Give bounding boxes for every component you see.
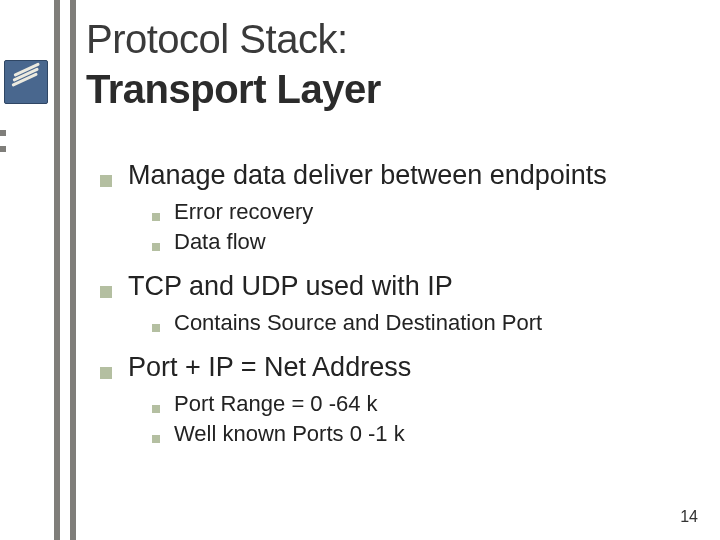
bullet-text: Error recovery [174,199,313,225]
list-item: Contains Source and Destination Port [152,310,700,336]
bullet-text: TCP and UDP used with IP [128,271,453,302]
bullet-text: Contains Source and Destination Port [174,310,542,336]
list-item: Manage data deliver between endpoints Er… [100,160,700,255]
list-item: Port + IP = Net Address Port Range = 0 -… [100,352,700,447]
slide: Protocol Stack: Transport Layer Manage d… [0,0,720,540]
horizontal-rule-1 [0,130,6,136]
bullet-icon [100,175,112,187]
bullet-icon [152,324,160,332]
title-line-2: Transport Layer [86,64,381,114]
bullet-icon [152,243,160,251]
list-item: Data flow [152,229,700,255]
horizontal-rule-2 [0,146,6,152]
bullet-text: Data flow [174,229,266,255]
list-item: Port Range = 0 -64 k [152,391,700,417]
slide-title: Protocol Stack: Transport Layer [86,14,381,114]
bullet-icon [100,367,112,379]
bullet-icon [152,435,160,443]
bullet-text: Manage data deliver between endpoints [128,160,607,191]
logo-icon [4,60,48,104]
bullet-icon [152,213,160,221]
bullet-text: Port Range = 0 -64 k [174,391,378,417]
list-item: Well known Ports 0 -1 k [152,421,700,447]
vertical-rule-2 [70,0,76,540]
slide-body: Manage data deliver between endpoints Er… [100,160,700,463]
list-item: TCP and UDP used with IP Contains Source… [100,271,700,336]
page-number: 14 [680,508,698,526]
list-item: Error recovery [152,199,700,225]
bullet-icon [100,286,112,298]
vertical-rule-1 [54,0,60,540]
bullet-text: Well known Ports 0 -1 k [174,421,405,447]
bullet-text: Port + IP = Net Address [128,352,411,383]
bullet-icon [152,405,160,413]
title-line-1: Protocol Stack: [86,14,381,64]
